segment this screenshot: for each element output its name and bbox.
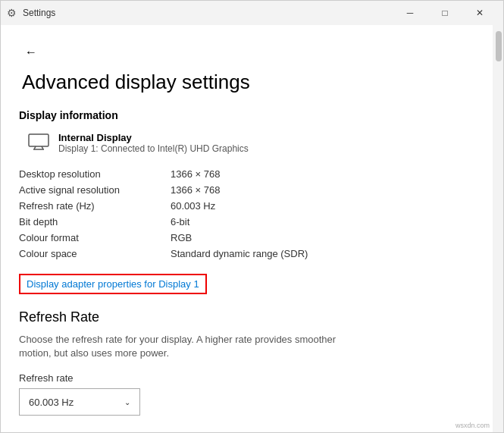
info-label: Colour space [19, 248, 171, 259]
info-value: 60.003 Hz [171, 200, 215, 212]
monitor-icon [28, 133, 49, 150]
info-label: Desktop resolution [19, 168, 171, 180]
info-value: 6-bit [171, 216, 189, 227]
table-row: Colour formatRGB [19, 230, 474, 246]
display-subtitle: Display 1: Connected to Intel(R) UHD Gra… [58, 143, 249, 154]
refresh-rate-label: Refresh rate [19, 372, 474, 384]
display-info-section-title: Display information [19, 109, 474, 121]
info-label: Active signal resolution [19, 184, 171, 196]
display-info-text: Internal Display Display 1: Connected to… [58, 132, 249, 154]
content-area: ← Advanced display settings Display info… [1, 25, 503, 432]
info-label: Refresh rate (Hz) [19, 200, 171, 212]
table-row: Colour spaceStandard dynamic range (SDR) [19, 246, 474, 262]
chevron-down-icon: ⌄ [124, 398, 130, 406]
titlebar: ⚙ Settings ─ □ ✕ [1, 1, 503, 25]
refresh-description: Choose the refresh rate for your display… [19, 333, 337, 360]
table-row: Refresh rate (Hz)60.003 Hz [19, 198, 474, 214]
table-row: Active signal resolution1366 × 768 [19, 182, 474, 198]
close-button[interactable]: ✕ [462, 1, 497, 25]
info-label: Colour format [19, 232, 171, 243]
titlebar-left: ⚙ Settings [7, 7, 55, 19]
adapter-link[interactable]: Display adapter properties for Display 1 [19, 274, 207, 294]
table-row: Desktop resolution1366 × 768 [19, 166, 474, 182]
minimize-button[interactable]: ─ [393, 1, 427, 25]
table-row: Bit depth6-bit [19, 214, 474, 230]
refresh-rate-section-title: Refresh Rate [19, 309, 474, 325]
svg-rect-0 [29, 134, 49, 146]
page-title: Advanced display settings [19, 71, 474, 94]
info-value: 1366 × 768 [171, 184, 220, 196]
watermark: wsxdn.com [455, 422, 490, 429]
dropdown-value: 60.003 Hz [29, 397, 74, 408]
refresh-rate-dropdown[interactable]: 60.003 Hz ⌄ [19, 388, 140, 416]
settings-icon: ⚙ [7, 7, 17, 19]
titlebar-title: Settings [23, 8, 55, 18]
back-button[interactable]: ← [19, 40, 43, 64]
back-icon: ← [25, 45, 37, 59]
scrollbar-thumb[interactable] [496, 31, 502, 61]
scrollbar-track[interactable] [493, 25, 503, 432]
maximize-button[interactable]: □ [427, 1, 462, 25]
info-value: 1366 × 768 [171, 168, 220, 180]
titlebar-controls: ─ □ ✕ [393, 1, 497, 25]
info-table: Desktop resolution1366 × 768Active signa… [19, 166, 474, 262]
info-value: RGB [171, 232, 192, 243]
settings-window: ⚙ Settings ─ □ ✕ ← Advanced display sett… [0, 0, 504, 433]
info-value: Standard dynamic range (SDR) [171, 248, 308, 259]
info-label: Bit depth [19, 216, 171, 227]
main-content: ← Advanced display settings Display info… [1, 25, 493, 432]
display-info-header: Internal Display Display 1: Connected to… [19, 132, 474, 154]
display-name: Internal Display [58, 132, 249, 143]
